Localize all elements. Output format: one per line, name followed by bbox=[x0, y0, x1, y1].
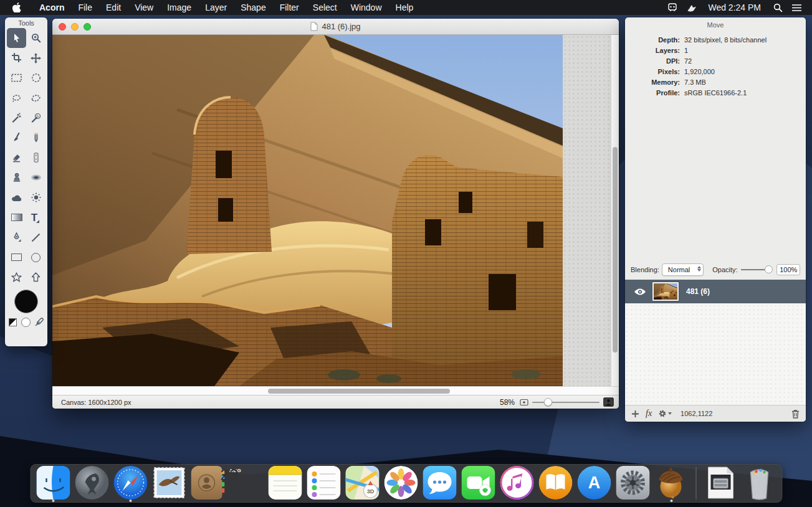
blending-select[interactable]: Normal bbox=[662, 263, 704, 276]
zoom-out-image-icon[interactable] bbox=[520, 399, 528, 406]
horizontal-scrollbar[interactable] bbox=[52, 386, 619, 395]
opacity-value-field[interactable]: 100% bbox=[776, 264, 800, 275]
notification-center-icon[interactable] bbox=[788, 0, 805, 15]
zoom-slider[interactable] bbox=[532, 398, 599, 407]
tool-text-button[interactable]: T bbox=[26, 207, 45, 227]
menu-item-layer[interactable]: Layer bbox=[198, 0, 234, 15]
window-titlebar[interactable]: 481 (6).jpg bbox=[52, 19, 619, 35]
dock-item-ibooks[interactable] bbox=[538, 466, 572, 501]
horizontal-scrollbar-thumb[interactable] bbox=[268, 389, 450, 394]
add-layer-button[interactable] bbox=[631, 410, 639, 418]
dock-item-messages[interactable] bbox=[423, 466, 456, 501]
zoom-in-image-icon[interactable] bbox=[603, 397, 614, 407]
tool-arrow-shape-button[interactable] bbox=[26, 267, 45, 287]
tool-star-shape-button[interactable] bbox=[7, 267, 26, 287]
tool-smudge-button[interactable] bbox=[26, 168, 45, 187]
tool-eraser-button[interactable] bbox=[7, 148, 26, 168]
tool-rectangle-shape-button[interactable] bbox=[7, 247, 26, 267]
dock-item-acorn[interactable] bbox=[654, 466, 688, 501]
tool-gradient-button[interactable] bbox=[7, 207, 26, 227]
background-color-well[interactable] bbox=[21, 318, 31, 327]
spotlight-search-icon[interactable] bbox=[770, 0, 786, 15]
tool-brush-button[interactable] bbox=[7, 128, 26, 148]
tool-pan-button[interactable] bbox=[26, 48, 45, 68]
menu-item-image[interactable]: Image bbox=[160, 0, 198, 15]
vertical-scrollbar[interactable] bbox=[611, 35, 619, 386]
dock-item-facetime[interactable] bbox=[461, 466, 495, 501]
opacity-slider-thumb[interactable] bbox=[765, 265, 773, 273]
gear-caret-icon bbox=[668, 412, 672, 415]
opacity-slider[interactable] bbox=[741, 265, 772, 274]
dock-item-contacts[interactable] bbox=[191, 466, 224, 501]
layer-row-selected[interactable]: 481 (6) bbox=[625, 280, 806, 303]
dock-item-app-store[interactable]: A bbox=[577, 466, 611, 501]
dock-item-photos[interactable] bbox=[384, 466, 418, 501]
layer-actions-button[interactable] bbox=[658, 409, 672, 418]
zoom-slider-track[interactable] bbox=[532, 402, 599, 403]
dock-item-mail[interactable] bbox=[152, 466, 186, 501]
zoom-window-button[interactable] bbox=[84, 23, 91, 31]
menu-item-view[interactable]: View bbox=[128, 0, 160, 15]
dock-item-launchpad[interactable] bbox=[75, 466, 108, 501]
tool-pen-button[interactable] bbox=[7, 227, 26, 247]
tool-move-button[interactable] bbox=[7, 28, 26, 48]
tool-ellipse-shape-button[interactable] bbox=[26, 247, 45, 267]
close-button[interactable] bbox=[59, 23, 66, 31]
tool-crop-button[interactable] bbox=[7, 48, 26, 68]
maps-icon: 3D bbox=[345, 466, 379, 500]
tool-line-button[interactable] bbox=[26, 227, 45, 247]
menu-item-help[interactable]: Help bbox=[389, 0, 421, 15]
layer-visibility-eye-icon[interactable] bbox=[634, 288, 646, 296]
dock-item-notes[interactable] bbox=[268, 466, 302, 501]
tool-magic-wand-button[interactable] bbox=[7, 108, 26, 128]
tool-clone-stamp-button[interactable] bbox=[7, 168, 26, 187]
apple-menu[interactable] bbox=[0, 2, 32, 12]
dock-item-safari[interactable] bbox=[113, 466, 147, 501]
dock-item-system-preferences[interactable] bbox=[616, 466, 649, 501]
dock-item-calendar[interactable]: AUG 23 bbox=[229, 466, 263, 501]
dock-item-itunes[interactable] bbox=[500, 466, 533, 501]
tool-rect-select-button[interactable] bbox=[7, 68, 26, 88]
document-statusbar: Canvas: 1600x1200 px 58% bbox=[52, 395, 619, 409]
tool-lasso-button[interactable] bbox=[7, 88, 26, 108]
menu-item-edit[interactable]: Edit bbox=[99, 0, 128, 15]
tool-pencil-button[interactable] bbox=[26, 128, 45, 148]
tool-soft-eraser-button[interactable] bbox=[26, 148, 45, 168]
tool-zoom-button[interactable] bbox=[26, 28, 45, 48]
vertical-scrollbar-thumb[interactable] bbox=[613, 147, 618, 353]
menu-item-filter[interactable]: Filter bbox=[273, 0, 306, 15]
dock-item-maps[interactable]: 3D bbox=[345, 466, 379, 501]
delete-layer-trash-icon[interactable] bbox=[791, 409, 800, 419]
menu-item-file[interactable]: File bbox=[71, 0, 99, 15]
menu-extra-robot-icon[interactable] bbox=[664, 0, 681, 15]
inspector-panel: Move Depth: 32 bits/pixel, 8 bits/channe… bbox=[625, 17, 806, 422]
tool-ellipse-select-button[interactable] bbox=[26, 68, 45, 88]
menu-extra-pointer-icon[interactable] bbox=[683, 0, 699, 15]
tool-polygon-lasso-button[interactable] bbox=[26, 88, 45, 108]
default-colors-swatch[interactable] bbox=[9, 318, 17, 326]
eyedropper-icon[interactable] bbox=[35, 318, 44, 326]
tool-blur-button[interactable] bbox=[7, 187, 26, 207]
layer-fx-button[interactable]: fx bbox=[646, 409, 652, 419]
minimize-button[interactable] bbox=[71, 23, 79, 31]
menu-item-acorn[interactable]: Acorn bbox=[32, 2, 71, 12]
foreground-color-well[interactable] bbox=[14, 290, 38, 313]
menu-item-window[interactable]: Window bbox=[344, 0, 389, 15]
dock-item-reminders[interactable] bbox=[307, 466, 340, 501]
menubar-clock[interactable]: Wed 2:24 PM bbox=[702, 2, 767, 12]
layer-list-empty-area[interactable] bbox=[625, 303, 806, 405]
image-canvas[interactable] bbox=[52, 35, 563, 386]
text-tool-corner bbox=[36, 220, 39, 223]
dock-item-trash[interactable] bbox=[742, 466, 776, 501]
tool-sharpen-button[interactable] bbox=[26, 187, 45, 207]
info-value-depth: 32 bits/pixel, 8 bits/channel bbox=[684, 36, 800, 44]
menu-item-shape[interactable]: Shape bbox=[234, 0, 272, 15]
stepper-up-icon bbox=[697, 266, 701, 268]
system-preferences-icon bbox=[616, 466, 649, 500]
dock-item-finder[interactable] bbox=[36, 466, 70, 501]
menu-item-select[interactable]: Select bbox=[306, 0, 344, 15]
dock-item-document-file[interactable] bbox=[704, 466, 737, 501]
acorn-icon bbox=[654, 466, 688, 500]
zoom-slider-thumb[interactable] bbox=[544, 398, 552, 406]
tool-instant-alpha-button[interactable] bbox=[26, 108, 45, 128]
